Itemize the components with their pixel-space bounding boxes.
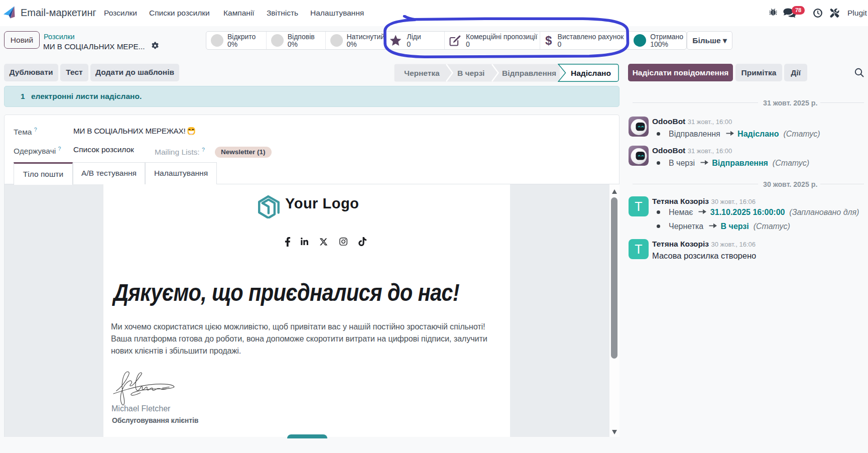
svg-text:В черзі: В черзі <box>457 69 484 77</box>
svg-text:Чернетка: Чернетка <box>404 69 440 77</box>
svg-text:Надіслано: Надіслано <box>571 69 611 77</box>
svg-text:Відправлення: Відправлення <box>502 69 556 77</box>
